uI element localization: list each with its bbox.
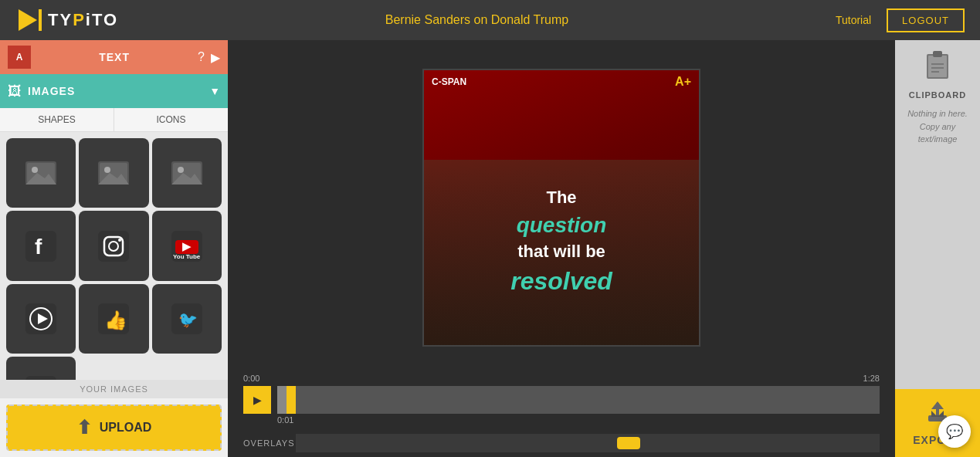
icons-grid: f ▶You Tube 👍 🐦 bbox=[0, 132, 228, 380]
svg-rect-39 bbox=[931, 71, 939, 73]
svg-rect-35 bbox=[928, 56, 947, 77]
svg-point-4 bbox=[32, 167, 38, 173]
overlay-chip[interactable] bbox=[617, 437, 640, 449]
video-container: C-SPAN A+ The question that will be reso… bbox=[228, 40, 895, 369]
time-start: 0:00 bbox=[243, 374, 259, 383]
center-area: C-SPAN A+ The question that will be reso… bbox=[228, 40, 895, 457]
timeline-area: 0:00 1:28 ▶ 0:01 bbox=[228, 369, 895, 429]
logo-text: TYPiTO bbox=[48, 10, 118, 30]
svg-marker-0 bbox=[19, 9, 37, 31]
instagram-icon[interactable] bbox=[79, 211, 148, 280]
timeline-row: ▶ bbox=[243, 386, 880, 414]
chat-bubble[interactable]: 💬 bbox=[938, 415, 971, 448]
svg-rect-37 bbox=[931, 63, 944, 65]
text-tab-label: TEXT bbox=[31, 51, 198, 63]
video-inner: C-SPAN A+ The question that will be reso… bbox=[424, 70, 699, 345]
clipboard-empty-text: Nothing in here. Copy any text/image bbox=[895, 107, 980, 146]
video-title: Bernie Sanders on Donald Trump bbox=[385, 13, 568, 27]
main-content: A TEXT ? ▶ 🖼 IMAGES ▼ SHAPES ICONS bbox=[0, 40, 980, 457]
overlay-line1: The bbox=[424, 186, 699, 210]
left-sidebar: A TEXT ? ▶ 🖼 IMAGES ▼ SHAPES ICONS bbox=[0, 40, 228, 457]
twitter-icon[interactable]: 🐦 bbox=[152, 284, 222, 354]
images-dropdown-icon[interactable]: ▼ bbox=[209, 85, 220, 97]
play-button[interactable]: ▶ bbox=[243, 386, 271, 414]
overlays-row: OVERLAYS bbox=[228, 429, 895, 457]
svg-rect-38 bbox=[931, 67, 944, 69]
shapes-tab[interactable]: SHAPES bbox=[0, 108, 114, 131]
top-right: Tutorial LOGOUT bbox=[836, 8, 965, 32]
images-tab-label: IMAGES bbox=[28, 85, 209, 97]
icon-item-image2[interactable] bbox=[79, 138, 148, 208]
clipboard-label: CLIPBOARD bbox=[909, 90, 966, 100]
right-sidebar: CLIPBOARD Nothing in here. Copy any text… bbox=[895, 40, 980, 457]
svg-text:▶: ▶ bbox=[182, 240, 192, 252]
chat-icon: 💬 bbox=[946, 423, 963, 440]
video-label-cspan: C-SPAN bbox=[432, 76, 466, 87]
logo-icon bbox=[15, 6, 43, 34]
logout-button[interactable]: LOGOUT bbox=[887, 8, 965, 32]
svg-marker-42 bbox=[931, 401, 944, 409]
thumbsup-icon[interactable]: 👍 bbox=[79, 284, 148, 354]
icon-item-image3[interactable] bbox=[152, 138, 222, 208]
svg-rect-36 bbox=[933, 51, 942, 57]
text-tab-row[interactable]: A TEXT ? ▶ bbox=[0, 40, 228, 74]
video-frame: C-SPAN A+ The question that will be reso… bbox=[422, 69, 700, 347]
logo: TYPiTO bbox=[15, 6, 118, 34]
svg-point-12 bbox=[178, 167, 184, 173]
images-tab-row[interactable]: 🖼 IMAGES ▼ bbox=[0, 74, 228, 108]
youtube-icon[interactable]: ▶You Tube bbox=[152, 211, 222, 280]
top-bar: TYPiTO Bernie Sanders on Donald Trump Tu… bbox=[0, 0, 980, 40]
svg-text:👍: 👍 bbox=[104, 309, 127, 331]
overlays-track[interactable] bbox=[296, 434, 880, 452]
overlay-line3: that will be bbox=[424, 240, 699, 264]
next-arrow-icon[interactable]: ▶ bbox=[211, 50, 220, 65]
time-end: 1:28 bbox=[863, 374, 880, 383]
time-current: 0:01 bbox=[243, 415, 880, 425]
icon-item-image1[interactable] bbox=[6, 138, 76, 208]
your-images-label: YOUR IMAGES bbox=[0, 380, 228, 398]
svg-point-19 bbox=[118, 239, 121, 242]
images-tab-icon: 🖼 bbox=[8, 83, 22, 100]
timeline-thumb[interactable] bbox=[287, 386, 296, 414]
youtube2-icon[interactable] bbox=[6, 357, 76, 380]
svg-text:f: f bbox=[35, 235, 42, 259]
overlay-line2: question bbox=[424, 210, 699, 240]
upload-icon: ⬆ bbox=[76, 417, 92, 438]
time-labels: 0:00 1:28 bbox=[243, 374, 880, 383]
sub-tabs: SHAPES ICONS bbox=[0, 108, 228, 132]
facebook-icon[interactable]: f bbox=[6, 211, 76, 280]
video-overlay-text: The question that will be resolved bbox=[424, 186, 699, 299]
upload-label: UPLOAD bbox=[100, 421, 152, 435]
overlays-label: OVERLAYS bbox=[243, 438, 290, 448]
svg-text:🐦: 🐦 bbox=[178, 310, 198, 329]
icons-tab[interactable]: ICONS bbox=[114, 108, 228, 131]
help-icon[interactable]: ? bbox=[198, 50, 205, 64]
upload-button[interactable]: ⬆ UPLOAD bbox=[6, 405, 222, 451]
clipboard-icon bbox=[924, 48, 951, 86]
svg-rect-16 bbox=[98, 231, 129, 262]
tutorial-link[interactable]: Tutorial bbox=[836, 14, 871, 26]
play-circle-icon[interactable] bbox=[6, 284, 76, 354]
svg-point-8 bbox=[104, 167, 110, 173]
video-label-aj: A+ bbox=[675, 75, 691, 89]
svg-rect-1 bbox=[39, 9, 42, 31]
timeline-track[interactable] bbox=[277, 386, 880, 414]
overlay-line4: resolved bbox=[424, 264, 699, 299]
text-tab-icon: A bbox=[8, 46, 31, 69]
svg-text:You Tube: You Tube bbox=[173, 253, 201, 260]
